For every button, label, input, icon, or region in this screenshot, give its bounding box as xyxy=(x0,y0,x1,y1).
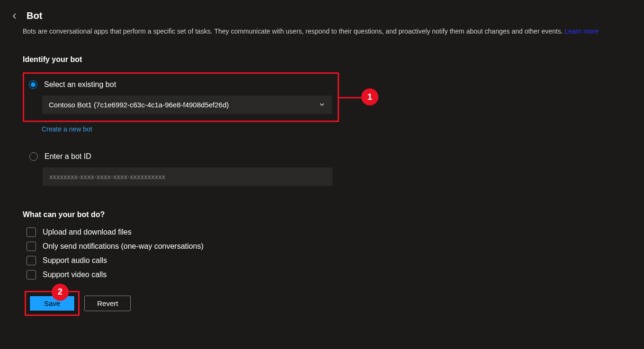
description-text: Bots are conversational apps that perfor… xyxy=(23,27,563,35)
back-icon[interactable] xyxy=(11,13,18,19)
checkbox-audio-calls-label: Support audio calls xyxy=(43,256,107,265)
checkbox-upload-download[interactable] xyxy=(27,227,36,237)
checkbox-video-calls[interactable] xyxy=(27,270,36,279)
identify-section-title: Identify your bot xyxy=(23,55,621,64)
checkbox-notifications-only-label: Only send notifications (one-way convers… xyxy=(43,242,204,251)
page-description: Bots are conversational apps that perfor… xyxy=(23,27,621,36)
callout-existing-bot: 1 Select an existing bot Contoso Bot1 (7… xyxy=(23,72,339,122)
radio-select-existing[interactable] xyxy=(29,80,37,89)
learn-more-link[interactable]: Learn more xyxy=(564,27,599,35)
existing-bot-selected-value: Contoso Bot1 (7c1e6992-c63c-4c1a-96e8-f4… xyxy=(49,101,229,109)
radio-select-existing-label: Select an existing bot xyxy=(44,80,116,89)
page-title: Bot xyxy=(27,10,42,21)
radio-enter-bot-id-label: Enter a bot ID xyxy=(45,152,91,161)
existing-bot-select[interactable]: Contoso Bot1 (7c1e6992-c63c-4c1a-96e8-f4… xyxy=(42,96,332,114)
chevron-down-icon xyxy=(319,101,325,108)
revert-button[interactable]: Revert xyxy=(84,296,131,311)
callout-connector xyxy=(338,97,361,98)
callout-save: 2 Save xyxy=(25,291,80,316)
create-new-bot-link[interactable]: Create a new bot xyxy=(42,125,92,133)
checkbox-upload-download-label: Upload and download files xyxy=(43,228,132,236)
checkbox-video-calls-label: Support video calls xyxy=(43,270,107,279)
bot-id-input[interactable] xyxy=(43,167,332,186)
callout-badge-1: 1 xyxy=(361,88,378,105)
save-button[interactable]: Save xyxy=(29,296,75,311)
radio-enter-bot-id[interactable] xyxy=(29,152,38,161)
callout-badge-2: 2 xyxy=(52,284,69,301)
capabilities-section-title: What can your bot do? xyxy=(23,210,621,219)
checkbox-notifications-only[interactable] xyxy=(27,242,36,251)
checkbox-audio-calls[interactable] xyxy=(27,256,36,265)
